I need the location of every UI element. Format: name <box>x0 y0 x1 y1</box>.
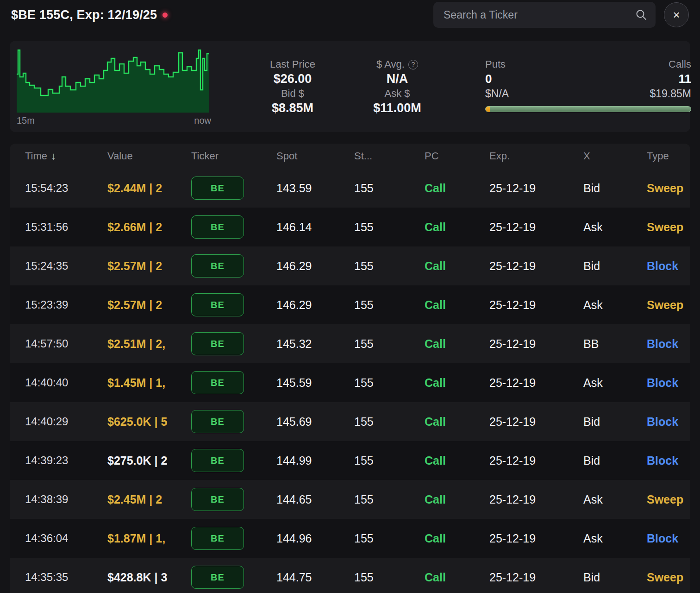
col-header-strike[interactable]: St... <box>354 150 425 162</box>
col-header-time[interactable]: Time ↓ <box>25 150 107 162</box>
top-bar: $BE 155C, Exp: 12/19/25 × <box>0 0 700 30</box>
close-icon: × <box>673 9 680 21</box>
ticker-search[interactable] <box>433 2 656 28</box>
col-header-value[interactable]: Value <box>107 150 191 162</box>
ticker-button[interactable]: BE <box>191 488 244 511</box>
cell-value: $2.45M | 2 <box>107 493 191 506</box>
cell-spot: 145.69 <box>276 415 354 429</box>
col-header-exp[interactable]: Exp. <box>489 150 583 162</box>
cell-spot: 144.75 <box>276 571 354 584</box>
ask-label: Ask $ <box>353 88 441 100</box>
cell-execution-side: Bid <box>583 415 647 429</box>
chart-end-label: now <box>194 115 211 126</box>
ticker-button[interactable]: BE <box>191 254 244 278</box>
search-input[interactable] <box>433 2 656 28</box>
cell-put-call: Call <box>425 337 489 351</box>
cell-type: Block <box>647 259 686 273</box>
table-row[interactable]: 15:54:23 $2.44M | 2 BE 143.59 155 Call 2… <box>10 169 690 208</box>
col-header-spot[interactable]: Spot <box>276 150 354 162</box>
ticker-button[interactable]: BE <box>191 215 244 239</box>
cell-value: $625.0K | 5 <box>107 415 191 429</box>
search-icon <box>635 9 647 21</box>
col-header-type[interactable]: Type <box>647 150 686 162</box>
puts-calls-ratio-bar <box>485 106 691 112</box>
ticker-button[interactable]: BE <box>191 410 244 433</box>
table-row[interactable]: 15:31:56 $2.66M | 2 BE 146.14 155 Call 2… <box>10 208 690 246</box>
cell-expiry: 25-12-19 <box>489 376 583 390</box>
col-header-ticker[interactable]: Ticker <box>191 150 276 162</box>
cell-expiry: 25-12-19 <box>489 182 583 195</box>
cell-execution-side: Ask <box>583 493 647 506</box>
table-header: Time ↓ Value Ticker Spot St... PC Exp. X… <box>10 144 690 169</box>
table-row[interactable]: 14:40:29 $625.0K | 5 BE 145.69 155 Call … <box>10 402 690 441</box>
cell-put-call: Call <box>425 221 489 234</box>
cell-strike: 155 <box>354 182 425 195</box>
col-header-pc[interactable]: PC <box>425 150 489 162</box>
cell-strike: 155 <box>354 415 425 429</box>
cell-spot: 145.32 <box>276 337 354 351</box>
price-sparkline: 15m now <box>17 45 211 126</box>
ask-value: $11.00M <box>353 101 441 115</box>
cell-strike: 155 <box>354 532 425 545</box>
ticker-button[interactable]: BE <box>191 371 244 394</box>
cell-strike: 155 <box>354 376 425 390</box>
puts-summary: Puts 0 $N/A <box>485 58 509 100</box>
table-row[interactable]: 14:38:39 $2.45M | 2 BE 144.65 155 Call 2… <box>10 480 690 519</box>
cell-time: 14:35:35 <box>25 571 107 584</box>
cell-spot: 146.14 <box>276 221 354 234</box>
sort-desc-icon: ↓ <box>51 150 56 162</box>
cell-spot: 143.59 <box>276 182 354 195</box>
cell-type: Block <box>647 454 686 467</box>
cell-time: 14:38:39 <box>25 493 107 506</box>
table-row[interactable]: 14:40:40 $1.45M | 1, BE 145.59 155 Call … <box>10 363 690 402</box>
ticker-button[interactable]: BE <box>191 566 244 589</box>
cell-execution-side: Ask <box>583 221 647 234</box>
table-row[interactable]: 14:35:35 $428.8K | 3 BE 144.75 155 Call … <box>10 558 690 593</box>
cell-put-call: Call <box>425 454 489 467</box>
puts-count: 0 <box>485 72 509 86</box>
ticker-button[interactable]: BE <box>191 527 244 550</box>
table-row[interactable]: 14:57:50 $2.51M | 2, BE 145.32 155 Call … <box>10 324 690 363</box>
cell-type: Sweep <box>647 298 686 312</box>
puts-premium: $N/A <box>485 88 509 100</box>
ticker-button[interactable]: BE <box>191 293 244 316</box>
chart-time-labels: 15m now <box>17 115 211 126</box>
cell-execution-side: Bid <box>583 182 647 195</box>
cell-value: $1.45M | 1, <box>107 376 191 390</box>
close-button[interactable]: × <box>664 2 689 27</box>
col-header-x[interactable]: X <box>583 150 647 162</box>
ticker-button[interactable]: BE <box>191 177 244 200</box>
summary-panel: 15m now Last Price $26.00 Bid $ $8.85M $… <box>10 41 690 132</box>
bid-label: Bid $ <box>249 88 337 100</box>
cell-spot: 146.29 <box>276 298 354 312</box>
cell-spot: 144.99 <box>276 454 354 467</box>
sparkline-area <box>17 50 209 113</box>
cell-type: Sweep <box>647 221 686 234</box>
last-price-label: Last Price <box>249 58 337 70</box>
cell-put-call: Call <box>425 182 489 195</box>
table-row[interactable]: 14:36:04 $1.87M | 1, BE 144.96 155 Call … <box>10 519 690 558</box>
ticker-button[interactable]: BE <box>191 332 244 355</box>
cell-type: Block <box>647 415 686 429</box>
cell-execution-side: Bid <box>583 571 647 584</box>
avg-value: N/A <box>353 72 441 86</box>
cell-value: $2.66M | 2 <box>107 221 191 234</box>
help-icon[interactable]: ? <box>408 60 418 69</box>
puts-label: Puts <box>485 58 509 70</box>
cell-time: 15:31:56 <box>25 221 107 233</box>
cell-strike: 155 <box>354 259 425 273</box>
calls-summary: Calls 11 $19.85M <box>650 58 691 100</box>
cell-put-call: Call <box>425 532 489 545</box>
table-row[interactable]: 14:39:23 $275.0K | 2 BE 144.99 155 Call … <box>10 441 690 480</box>
cell-put-call: Call <box>425 415 489 429</box>
ticker-button[interactable]: BE <box>191 449 244 472</box>
calls-label: Calls <box>669 58 691 70</box>
cell-expiry: 25-12-19 <box>489 571 583 584</box>
cell-spot: 146.29 <box>276 259 354 273</box>
table-row[interactable]: 15:24:35 $2.57M | 2 BE 146.29 155 Call 2… <box>10 246 690 285</box>
table-row[interactable]: 15:23:39 $2.57M | 2 BE 146.29 155 Call 2… <box>10 285 690 324</box>
cell-strike: 155 <box>354 493 425 506</box>
cell-strike: 155 <box>354 298 425 312</box>
cell-execution-side: Bid <box>583 454 647 467</box>
cell-execution-side: Ask <box>583 376 647 390</box>
